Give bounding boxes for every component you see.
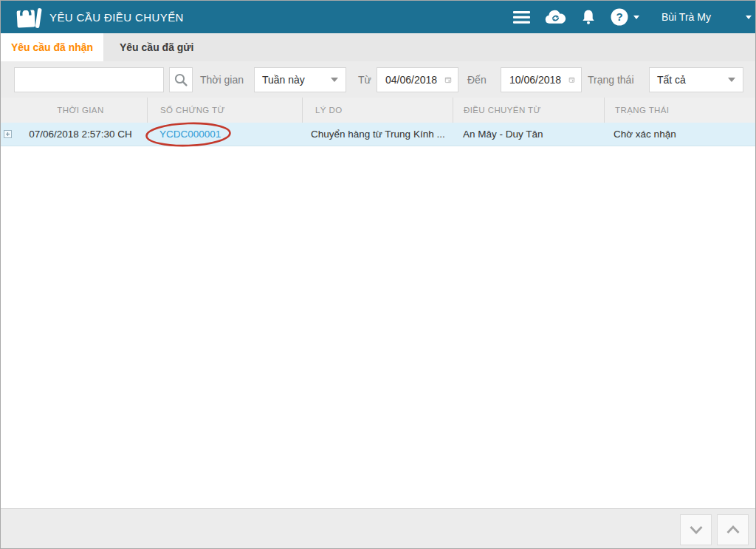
help-icon[interactable]: ? (610, 1, 639, 33)
tab-sent-requests[interactable]: Yêu cầu đã gửi (103, 33, 210, 61)
table-row[interactable]: 07/06/2018 2:57:30 CH YCDC000001 Chuyển … (1, 123, 755, 146)
to-date-input[interactable] (509, 74, 568, 86)
column-header-reason[interactable]: LÝ DO (302, 98, 453, 123)
status-select[interactable]: Tất cả (649, 67, 743, 92)
calendar-icon (568, 72, 575, 87)
caret-down-icon (331, 78, 338, 82)
bottom-bar (1, 508, 755, 549)
search-input[interactable] (14, 67, 164, 92)
caret-down-icon (728, 78, 735, 82)
menu-icon[interactable] (513, 1, 531, 33)
notification-icon[interactable] (580, 1, 597, 33)
chevron-down-icon (689, 525, 704, 535)
column-header-status[interactable]: TRẠNG THÁI (604, 98, 756, 123)
scroll-up-button[interactable] (717, 514, 749, 545)
status-filter-label: Trạng thái (588, 61, 634, 98)
column-expand-spacer (1, 98, 14, 123)
from-date-input[interactable] (385, 74, 444, 86)
user-name: Bùi Trà My (662, 11, 711, 23)
time-range-select[interactable]: Tuần này (254, 67, 346, 92)
status-select-value: Tất cả (657, 74, 686, 86)
column-header-document-number[interactable]: SỐ CHỨNG TỪ (147, 98, 302, 123)
app-logo-icon (11, 4, 44, 33)
expand-row-icon[interactable] (1, 123, 14, 146)
column-header-transfer-from[interactable]: ĐIỀU CHUYỂN TỪ (453, 98, 604, 123)
help-caret-icon (633, 16, 639, 19)
to-date-field[interactable] (501, 67, 582, 92)
row-reason: Chuyển hàng từ Trung Kính ... (302, 123, 453, 146)
scroll-down-button[interactable] (680, 514, 712, 545)
row-time: 07/06/2018 2:57:30 CH (14, 123, 147, 146)
row-status: Chờ xác nhận (604, 123, 756, 146)
chevron-up-icon (726, 525, 740, 535)
time-filter-label: Thời gian (200, 61, 244, 98)
table-header: THỜI GIAN SỐ CHỨNG TỪ LÝ DO ĐIỀU CHUYỂN … (1, 98, 755, 123)
user-caret-icon (746, 16, 752, 19)
calendar-icon (444, 72, 452, 87)
row-document-number: YCDC000001 (147, 123, 302, 146)
from-date-field[interactable] (377, 67, 458, 92)
from-date-label: Từ (358, 61, 371, 98)
top-header-bar: YÊU CẦU ĐIỀU CHUYỂN (1, 1, 755, 33)
filter-bar: Thời gian Tuần này Từ Đến Trạng thái (1, 61, 755, 98)
search-button[interactable] (169, 67, 193, 92)
svg-text:?: ? (616, 10, 622, 23)
user-menu[interactable]: Bùi Trà My (662, 1, 752, 33)
tab-received-requests[interactable]: Yêu cầu đã nhận (1, 33, 103, 61)
time-range-value: Tuần này (262, 74, 305, 86)
page-title: YÊU CẦU ĐIỀU CHUYỂN (49, 1, 184, 33)
row-transfer-from: An Mây - Duy Tân (453, 123, 604, 146)
to-date-label: Đến (467, 61, 487, 98)
document-link[interactable]: YCDC000001 (159, 129, 221, 140)
search-icon (173, 72, 188, 87)
app-window: YÊU CẦU ĐIỀU CHUYỂN (0, 0, 756, 549)
tab-bar: Yêu cầu đã nhận Yêu cầu đã gửi (1, 33, 755, 61)
cloud-sync-icon[interactable] (543, 1, 568, 33)
column-header-time[interactable]: THỜI GIAN (14, 98, 147, 123)
